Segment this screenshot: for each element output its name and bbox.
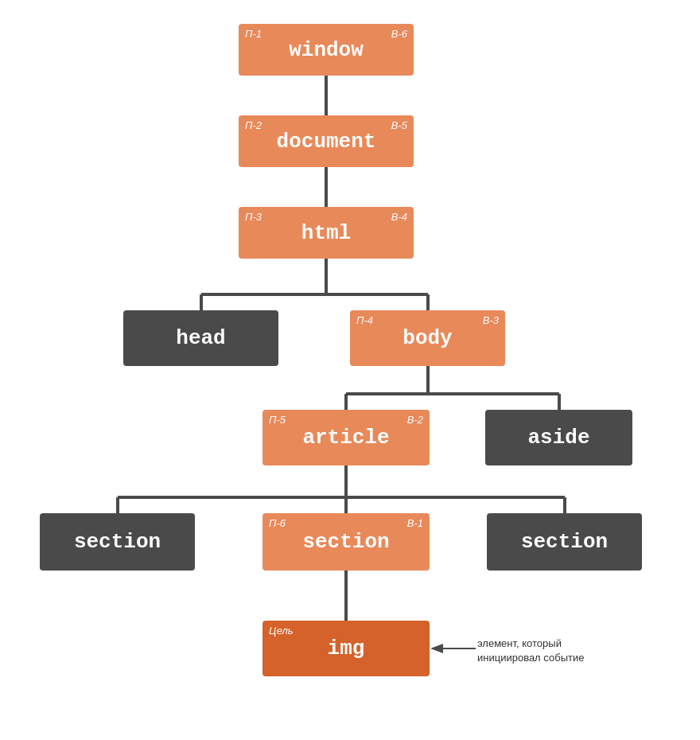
- node-head: head: [123, 310, 278, 366]
- node-article-label: article: [302, 426, 389, 450]
- badge-html-right: В-4: [391, 211, 407, 223]
- node-section-left-label: section: [74, 530, 161, 554]
- node-img: Цель img: [262, 621, 430, 676]
- node-section-mid-label: section: [302, 530, 389, 554]
- node-section-right: section: [487, 513, 642, 571]
- badge-window-right: В-6: [391, 28, 407, 40]
- badge-html-left: П-3: [245, 211, 262, 223]
- node-body: П-4 В-3 body: [350, 310, 505, 366]
- badge-document-left: П-2: [245, 119, 262, 131]
- badge-body-right: В-3: [483, 314, 499, 326]
- badge-img-цель: Цель: [269, 625, 294, 637]
- node-article: П-5 В-2 article: [262, 410, 430, 465]
- node-window-label: window: [289, 38, 364, 62]
- badge-window-left: П-1: [245, 28, 262, 40]
- node-aside-label: aside: [527, 426, 589, 450]
- node-document: П-2 В-5 document: [239, 115, 414, 167]
- badge-section-mid-left: П-6: [269, 517, 286, 529]
- badge-article-left: П-5: [269, 414, 286, 426]
- node-aside: aside: [485, 410, 632, 465]
- node-section-mid: П-6 В-1 section: [262, 513, 430, 571]
- badge-document-right: В-5: [391, 119, 407, 131]
- node-html-label: html: [301, 221, 351, 245]
- node-window: П-1 В-6 window: [239, 24, 414, 76]
- annotation-text: элемент, который инициировал событие: [477, 637, 584, 665]
- node-document-label: document: [277, 130, 376, 154]
- node-img-label: img: [328, 637, 365, 660]
- badge-body-left: П-4: [356, 314, 373, 326]
- node-section-right-label: section: [521, 530, 608, 554]
- node-body-label: body: [402, 326, 452, 350]
- node-html: П-3 В-4 html: [239, 207, 414, 259]
- annotation-line1: элемент, который: [477, 637, 562, 649]
- tree-diagram: П-1 В-6 window П-2 В-5 document П-3 В-4 …: [0, 0, 700, 740]
- badge-section-mid-right: В-1: [407, 517, 423, 529]
- node-head-label: head: [176, 326, 225, 350]
- badge-article-right: В-2: [407, 414, 423, 426]
- node-section-left: section: [40, 513, 195, 571]
- annotation-line2: инициировал событие: [477, 652, 584, 664]
